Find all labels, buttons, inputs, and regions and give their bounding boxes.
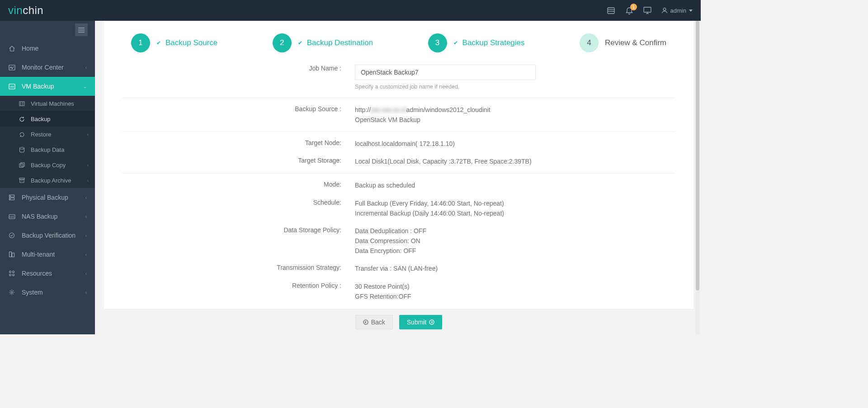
svg-text:VM: VM bbox=[10, 85, 14, 88]
step-label: ✔Backup Source bbox=[156, 38, 217, 47]
sidebar-item-system[interactable]: System ‹ bbox=[0, 283, 95, 302]
restore-icon bbox=[18, 131, 25, 137]
row-retention-policy: Retention Policy : 30 Restore Point(s) G… bbox=[104, 277, 693, 305]
svg-text:NAS: NAS bbox=[9, 215, 14, 218]
sidebar-sub-label: Backup Copy bbox=[31, 162, 66, 169]
svg-point-32 bbox=[13, 271, 14, 273]
sidebar-item-label: VM Backup bbox=[22, 83, 54, 90]
separator bbox=[122, 98, 675, 98]
sidebar-item-vm-backup[interactable]: VM VM Backup ⌄ bbox=[0, 77, 95, 96]
sidebar-sub-backup-copy[interactable]: Backup Copy ‹ bbox=[0, 157, 95, 173]
wizard-step-3[interactable]: 3 ✔Backup Strategies bbox=[428, 33, 525, 52]
sidebar-sub-label: Virtual Machines bbox=[31, 100, 74, 107]
sidebar-sub-label: Backup bbox=[31, 116, 50, 122]
sidebar-sub-virtual-machines[interactable]: Virtual Machines bbox=[0, 96, 95, 111]
user-icon bbox=[661, 7, 668, 14]
sidebar-item-label: Home bbox=[22, 45, 38, 52]
check-icon: ✔ bbox=[453, 40, 458, 46]
page-scrollbar[interactable] bbox=[695, 21, 700, 334]
chevron-left-icon: ‹ bbox=[87, 132, 89, 137]
label-job-name: Job Name : bbox=[104, 65, 355, 91]
value-job-name: Specify a customized job name if needed. bbox=[355, 65, 693, 91]
sidebar-sub-label: Restore bbox=[31, 131, 52, 138]
sidebar-sub-backup[interactable]: Backup bbox=[0, 111, 95, 127]
scrollbar-thumb[interactable] bbox=[696, 21, 699, 291]
sidebar-toggle[interactable] bbox=[75, 23, 88, 36]
sidebar-item-label: Backup Verification bbox=[22, 232, 75, 239]
sidebar-item-resources[interactable]: Resources ‹ bbox=[0, 264, 95, 283]
label-dsp: Data Storage Policy: bbox=[104, 226, 355, 256]
job-name-input[interactable] bbox=[355, 65, 536, 80]
sidebar-item-backup-verification[interactable]: Backup Verification ‹ bbox=[0, 226, 95, 245]
svg-point-6 bbox=[663, 8, 666, 11]
nas-icon: NAS bbox=[8, 214, 15, 219]
sidebar-item-label: Physical Backup bbox=[22, 194, 68, 201]
content-panel: 1 ✔Backup Source 2 ✔Backup Destination 3… bbox=[104, 21, 693, 334]
job-name-hint: Specify a customized job name if needed. bbox=[355, 83, 693, 91]
row-schedule: Schedule: Full Backup (Every Friday, 14:… bbox=[104, 194, 693, 222]
label-schedule: Schedule: bbox=[104, 199, 355, 218]
step-label: ✔Backup Destination bbox=[298, 38, 373, 47]
svg-rect-17 bbox=[19, 164, 23, 167]
vm-icon bbox=[18, 101, 25, 106]
sidebar-item-nas-backup[interactable]: NAS NAS Backup ‹ bbox=[0, 207, 95, 226]
svg-point-34 bbox=[13, 274, 14, 276]
gear-icon bbox=[8, 289, 15, 295]
step-circle: 3 bbox=[428, 33, 447, 52]
wizard-step-1[interactable]: 1 ✔Backup Source bbox=[131, 33, 217, 52]
chevron-left-icon: ‹ bbox=[85, 271, 87, 276]
arrow-right-icon bbox=[429, 319, 434, 325]
backup-icon bbox=[18, 116, 25, 122]
sidebar-toggle-row bbox=[0, 21, 95, 39]
brand-accent: vin bbox=[8, 4, 23, 16]
svg-point-28 bbox=[9, 233, 14, 238]
value-mode: Backup as scheduled bbox=[355, 181, 693, 191]
back-button[interactable]: Back bbox=[355, 315, 393, 329]
sidebar-item-home[interactable]: Home bbox=[0, 39, 95, 58]
sidebar-sub-backup-archive[interactable]: Backup Archive ‹ bbox=[0, 173, 95, 188]
sidebar-item-label: Resources bbox=[22, 270, 52, 277]
chevron-left-icon: ‹ bbox=[85, 233, 87, 238]
svg-point-25 bbox=[10, 199, 10, 199]
chevron-left-icon: ‹ bbox=[85, 252, 87, 257]
topbar-right: 1 admin bbox=[607, 6, 693, 14]
value-backup-source: http://xxx.xxx.xx.x/admin/windows2012_cl… bbox=[355, 105, 693, 125]
monitor-icon[interactable] bbox=[643, 6, 651, 14]
svg-rect-30 bbox=[12, 253, 14, 257]
wizard-step-2[interactable]: 2 ✔Backup Destination bbox=[273, 33, 373, 52]
sidebar-item-label: System bbox=[22, 289, 43, 296]
submit-button[interactable]: Submit bbox=[399, 315, 443, 329]
row-backup-source: Backup Source : http://xxx.xxx.xx.x/admi… bbox=[104, 101, 693, 128]
step-circle: 4 bbox=[580, 33, 599, 52]
backup-data-icon bbox=[18, 147, 25, 153]
sidebar-item-multi-tenant[interactable]: Multi-tenant ‹ bbox=[0, 245, 95, 264]
server-icon bbox=[8, 194, 15, 201]
user-label: admin bbox=[670, 7, 686, 14]
step-circle: 2 bbox=[273, 33, 292, 52]
row-mode: Mode: Backup as scheduled bbox=[104, 176, 693, 194]
sidebar-sub-restore[interactable]: Restore ‹ bbox=[0, 127, 95, 142]
form-area[interactable]: Job Name : Specify a customized job name… bbox=[104, 60, 693, 309]
brand-rest: chin bbox=[23, 4, 43, 16]
svg-rect-29 bbox=[9, 252, 12, 257]
check-icon: ✔ bbox=[156, 40, 161, 46]
sidebar-item-monitor-center[interactable]: Monitor Center ‹ bbox=[0, 58, 95, 77]
sidebar-sub-label: Backup Data bbox=[31, 146, 64, 153]
value-retention: 30 Restore Point(s) GFS Retention:OFF bbox=[355, 282, 693, 301]
value-schedule: Full Backup (Every Friday, 14:46:00 Star… bbox=[355, 199, 693, 218]
chevron-left-icon: ‹ bbox=[87, 178, 89, 183]
sidebar-item-physical-backup[interactable]: Physical Backup ‹ bbox=[0, 188, 95, 207]
user-menu[interactable]: admin bbox=[661, 7, 693, 14]
backup-copy-icon bbox=[18, 162, 25, 168]
topbar: vinchin 1 admin bbox=[0, 0, 701, 21]
label-retention: Retention Policy : bbox=[104, 282, 355, 301]
bell-icon[interactable]: 1 bbox=[625, 6, 633, 14]
svg-rect-0 bbox=[608, 8, 614, 14]
list-icon[interactable] bbox=[607, 6, 615, 14]
wizard-step-4[interactable]: 4 Review & Confirm bbox=[580, 33, 666, 52]
chevron-left-icon: ‹ bbox=[87, 163, 89, 168]
sidebar-submenu-vm-backup: Virtual Machines Backup Restore ‹ Backup… bbox=[0, 96, 95, 188]
sidebar-sub-backup-data[interactable]: Backup Data bbox=[0, 142, 95, 157]
sidebar-item-label: Multi-tenant bbox=[22, 251, 55, 258]
chevron-down-icon: ⌄ bbox=[83, 84, 87, 89]
